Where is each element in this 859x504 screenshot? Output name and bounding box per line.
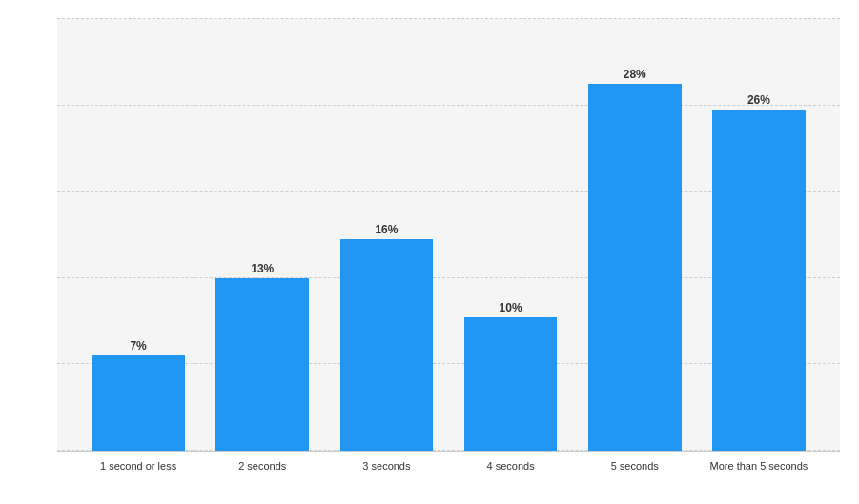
x-axis-label: 3 seconds — [324, 459, 448, 504]
bar-group: 7% — [76, 19, 200, 451]
bar-group: 26% — [697, 19, 821, 451]
bar-pct-label: 7% — [130, 339, 146, 353]
bar-4 — [464, 317, 558, 451]
bar-pct-label: 28% — [624, 68, 646, 81]
x-axis-label: More than 5 seconds — [697, 459, 821, 504]
bar-6 — [712, 110, 806, 451]
bar-pct-label: 26% — [747, 93, 770, 107]
bar-2 — [215, 278, 309, 451]
bar-pct-label: 10% — [500, 301, 522, 314]
x-labels: 1 second or less2 seconds3 seconds4 seco… — [57, 452, 840, 504]
bars-row: 7%13%16%10%28%26% — [57, 19, 840, 451]
bar-group: 16% — [324, 19, 448, 451]
bar-pct-label: 13% — [251, 262, 274, 275]
bar-group: 10% — [449, 19, 573, 451]
x-axis-label: 4 seconds — [449, 459, 573, 504]
x-axis-label: 5 seconds — [573, 459, 697, 504]
bar-5 — [588, 84, 682, 451]
bar-group: 28% — [573, 19, 697, 451]
x-axis-label: 2 seconds — [200, 459, 324, 504]
x-axis-label: 1 second or less — [76, 459, 200, 504]
grid-and-bars: 7%13%16%10%28%26% — [57, 19, 840, 452]
bar-3 — [340, 239, 434, 451]
bar-1 — [92, 355, 185, 451]
bar-pct-label: 16% — [375, 223, 398, 236]
bar-group: 13% — [200, 19, 324, 451]
chart-area: 7%13%16%10%28%26% — [57, 19, 840, 452]
chart-container: 7%13%16%10%28%26% 1 second or less2 seco… — [0, 0, 859, 504]
